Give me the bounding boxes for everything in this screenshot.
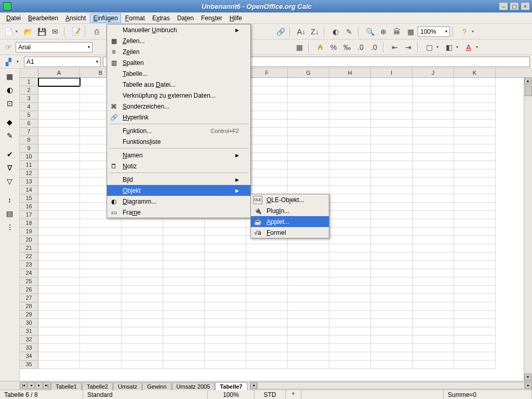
cell[interactable] (413, 194, 454, 203)
maximize-button[interactable]: ▢ (510, 2, 519, 10)
row-header[interactable]: 27 (20, 294, 38, 302)
cell[interactable] (329, 203, 371, 211)
cell[interactable] (329, 311, 371, 319)
scroll-thumb[interactable] (525, 86, 532, 96)
cell[interactable] (288, 244, 329, 252)
cell[interactable] (38, 261, 80, 269)
cell[interactable] (122, 228, 163, 236)
cell[interactable] (288, 286, 329, 294)
cell[interactable] (205, 311, 246, 319)
cell[interactable] (288, 344, 329, 352)
cell[interactable] (122, 302, 163, 311)
cell[interactable] (163, 302, 205, 311)
cell[interactable] (413, 228, 454, 236)
cell[interactable] (288, 119, 329, 128)
cell[interactable] (163, 252, 205, 261)
cell[interactable] (38, 361, 80, 369)
cell[interactable] (38, 352, 80, 361)
cell[interactable] (329, 319, 371, 327)
tab-nav-last[interactable]: ▸| (43, 382, 50, 389)
menu-objekt-popup[interactable]: OLEOLE-Objekt...🔌PlugIn...☕Applet...√aFo… (250, 194, 329, 238)
save-button[interactable]: 💾 (35, 25, 48, 38)
cell[interactable] (122, 311, 163, 319)
menu-extras[interactable]: Extras (149, 14, 173, 23)
cell[interactable] (329, 78, 371, 86)
cell[interactable] (288, 136, 329, 144)
cell[interactable] (246, 336, 288, 344)
cell[interactable] (122, 286, 163, 294)
cell[interactable] (38, 277, 80, 286)
cell[interactable] (454, 302, 496, 311)
side-themes-icon[interactable]: ◆ (4, 116, 16, 128)
column-header[interactable]: G (288, 69, 329, 77)
cell[interactable] (246, 161, 288, 169)
cell[interactable] (329, 136, 371, 144)
cell[interactable] (38, 327, 80, 336)
cell[interactable] (288, 111, 329, 119)
cell[interactable] (329, 252, 371, 261)
column-header[interactable]: H (329, 69, 371, 77)
cell[interactable] (246, 352, 288, 361)
cell[interactable] (205, 302, 246, 311)
cell[interactable] (288, 169, 329, 178)
name-box[interactable]: A1▾ (24, 57, 101, 67)
cell[interactable] (38, 319, 80, 327)
menuitem-verkn-pfung-zu-externen-daten-[interactable]: Verknüpfung zu externen Daten... (107, 90, 250, 101)
side-paint-icon[interactable]: ✎ (4, 130, 16, 141)
styles-button[interactable]: ☞ (2, 41, 15, 54)
cell[interactable] (371, 361, 413, 369)
cell[interactable] (454, 286, 496, 294)
cell[interactable] (288, 361, 329, 369)
status-sum[interactable]: Summe=0 (444, 390, 532, 399)
cell[interactable] (246, 269, 288, 277)
cell[interactable] (80, 286, 122, 294)
cell[interactable] (454, 319, 496, 327)
cell[interactable] (413, 327, 454, 336)
cell[interactable] (122, 352, 163, 361)
cell[interactable] (80, 336, 122, 344)
cell[interactable] (413, 361, 454, 369)
sheet-tab[interactable]: Tabelle1 (51, 382, 82, 390)
cell[interactable] (38, 294, 80, 302)
zoom-combo[interactable]: 100%▾ (418, 26, 450, 37)
cell[interactable] (413, 111, 454, 119)
cell[interactable] (454, 211, 496, 219)
cell[interactable] (288, 277, 329, 286)
cell[interactable] (371, 103, 413, 111)
cell[interactable] (80, 294, 122, 302)
cell[interactable] (288, 319, 329, 327)
cell[interactable] (371, 219, 413, 228)
row-header[interactable]: 5 (20, 111, 38, 119)
cell[interactable] (329, 361, 371, 369)
fontcolor-dropdown-arrow[interactable]: ▾ (476, 45, 481, 49)
row-header[interactable]: 2 (20, 86, 38, 95)
cell[interactable] (454, 228, 496, 236)
close-button[interactable]: × (521, 2, 530, 10)
cell[interactable] (246, 144, 288, 153)
cell[interactable] (371, 78, 413, 86)
row-header[interactable]: 26 (20, 286, 38, 294)
cell[interactable] (38, 128, 80, 136)
cell[interactable] (454, 336, 496, 344)
cell[interactable] (413, 302, 454, 311)
cell[interactable] (454, 361, 496, 369)
row-header[interactable]: 18 (20, 219, 38, 228)
cell[interactable] (122, 344, 163, 352)
tab-nav-next[interactable]: ▸ (35, 382, 43, 389)
cell[interactable] (163, 219, 205, 228)
merge-cells-button[interactable]: ▦ (293, 41, 305, 54)
scroll-down-arrow[interactable]: ▾ (524, 374, 531, 381)
cell[interactable] (246, 361, 288, 369)
row-header[interactable]: 16 (20, 203, 38, 211)
percent-button[interactable]: % (327, 41, 340, 54)
cell[interactable] (288, 261, 329, 269)
cell[interactable] (413, 236, 454, 244)
side-filter-icon[interactable]: ▽ (4, 176, 16, 187)
borders-dropdown-arrow[interactable]: ▾ (436, 45, 442, 49)
cell[interactable] (371, 119, 413, 128)
cell[interactable] (38, 95, 80, 103)
cell[interactable] (454, 252, 496, 261)
status-zoom[interactable]: 100% (208, 390, 255, 399)
cell[interactable] (454, 352, 496, 361)
cell[interactable] (413, 277, 454, 286)
